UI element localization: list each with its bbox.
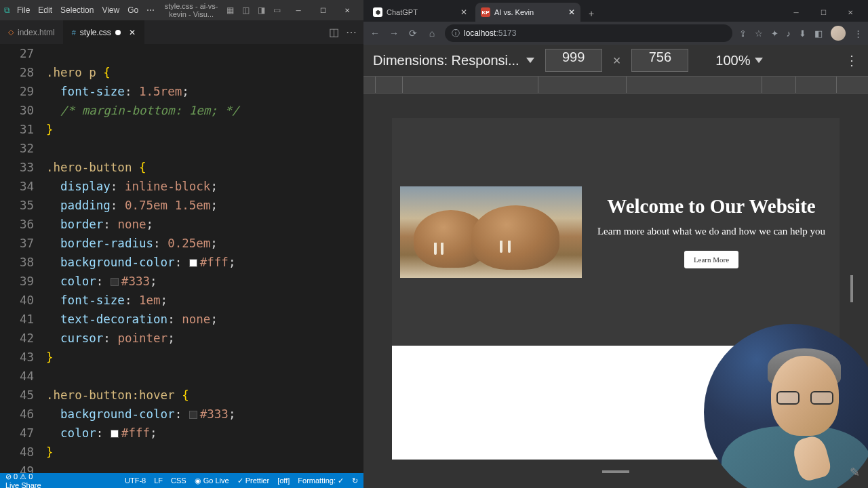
code-line[interactable]: .hero-button:hover { <box>46 386 363 405</box>
maximize-button[interactable]: ☐ <box>810 3 837 22</box>
code-line[interactable]: font-size: 1em; <box>46 291 363 310</box>
close-tab-icon[interactable]: ✕ <box>568 7 575 17</box>
share-icon[interactable]: ⇪ <box>739 28 747 39</box>
tab-title: AI vs. Kevin <box>494 8 534 16</box>
code-line[interactable]: .hero-button { <box>46 158 363 177</box>
line-number: 30 <box>0 101 34 120</box>
menu-go[interactable]: Go <box>123 5 142 15</box>
code-line[interactable]: border-radius: 0.25em; <box>46 234 363 253</box>
devtools-menu-icon[interactable]: ⋮ <box>845 52 859 68</box>
dimension-separator: × <box>613 53 621 68</box>
status-item[interactable]: ⊘ 0 ⚠ 0 <box>5 472 41 481</box>
code-line[interactable]: text-decoration: none; <box>46 310 363 329</box>
downloads-icon[interactable]: ⬇ <box>799 28 806 39</box>
code-line[interactable]: display: inline-block; <box>46 177 363 196</box>
code-line[interactable]: } <box>46 120 363 139</box>
code-line[interactable]: } <box>46 443 363 462</box>
profile-avatar[interactable] <box>831 26 846 41</box>
code-line[interactable]: /* margin-bottom: 1em; */ <box>46 101 363 120</box>
status-item[interactable]: Formatting: ✓ <box>298 476 344 485</box>
chrome-menu-icon[interactable]: ⋮ <box>854 28 863 39</box>
code-content[interactable]: .hero p { font-size: 1.5rem; /* margin-b… <box>46 44 363 473</box>
dimensions-label[interactable]: Dimensions: Responsi... <box>373 53 519 68</box>
viewport-height-input[interactable]: 756 <box>631 49 688 72</box>
forward-button[interactable]: → <box>388 28 400 39</box>
editor-tab-index-html[interactable]: ◇ index.html <box>0 20 64 44</box>
code-line[interactable]: color: #fff; <box>46 424 363 443</box>
status-item[interactable]: [off] <box>277 476 290 485</box>
resize-handle-bottom[interactable] <box>602 470 629 473</box>
status-item[interactable]: LF <box>154 476 163 485</box>
hero-subtext: Learn more about what we do and how we c… <box>591 226 831 237</box>
site-info-icon[interactable]: ⓘ <box>452 28 460 39</box>
code-line[interactable]: font-size: 1.5rem; <box>46 82 363 101</box>
chevron-down-icon[interactable] <box>755 58 763 63</box>
layout-icon[interactable]: ◫ <box>239 5 252 15</box>
status-item[interactable]: CSS <box>171 476 186 485</box>
device-viewport-wrap: Welcome to Our Website Learn more about … <box>363 94 868 488</box>
zoom-level[interactable]: 100% <box>715 53 750 68</box>
split-editor-icon[interactable]: ◫ <box>329 26 339 39</box>
menu-view[interactable]: View <box>98 5 123 15</box>
address-bar[interactable]: ⓘ localhost:5173 <box>445 24 732 42</box>
line-number: 36 <box>0 215 34 234</box>
minimize-button[interactable]: ─ <box>286 1 311 20</box>
learn-more-button[interactable]: Learn More <box>684 251 738 268</box>
vscode-editor[interactable]: 2728293031323334353637383940414243444546… <box>0 44 363 473</box>
layout-icon[interactable]: ◨ <box>255 5 268 15</box>
line-number: 38 <box>0 253 34 272</box>
code-line[interactable] <box>46 44 363 63</box>
media-icon[interactable]: ♪ <box>787 28 791 39</box>
edit-icon[interactable]: ✎ <box>850 465 860 480</box>
chevron-down-icon[interactable] <box>526 58 534 63</box>
tab-label: style.css <box>80 28 111 37</box>
code-line[interactable]: background-color: #333; <box>46 405 363 424</box>
browser-tab[interactable]: ⬢ ChatGPT ✕ <box>368 3 473 22</box>
editor-tab-style-css[interactable]: # style.css ✕ <box>64 20 144 44</box>
status-item[interactable]: ↻ <box>352 476 358 485</box>
code-line[interactable] <box>46 462 363 473</box>
sidepanel-icon[interactable]: ◧ <box>814 28 823 39</box>
maximize-button[interactable]: ☐ <box>311 1 335 20</box>
bookmark-icon[interactable]: ☆ <box>755 28 763 39</box>
code-line[interactable]: .hero p { <box>46 63 363 82</box>
code-line[interactable] <box>46 367 363 386</box>
code-line[interactable] <box>46 139 363 158</box>
status-item[interactable]: ✓ Prettier <box>237 476 270 485</box>
code-line[interactable]: padding: 0.75em 1.5em; <box>46 196 363 215</box>
status-item[interactable]: Live Share <box>5 481 41 489</box>
layout-icon[interactable]: ▭ <box>271 5 283 15</box>
close-button[interactable]: ✕ <box>335 1 359 20</box>
code-line[interactable]: border: none; <box>46 215 363 234</box>
layout-icon[interactable]: ▦ <box>224 5 237 15</box>
menu-file[interactable]: File <box>13 5 34 15</box>
file-icon: ◇ <box>8 28 14 37</box>
close-button[interactable]: ✕ <box>837 3 864 22</box>
code-line[interactable]: background-color: #fff; <box>46 253 363 272</box>
more-icon[interactable]: ⋯ <box>346 26 357 39</box>
close-tab-icon[interactable]: ✕ <box>129 28 136 37</box>
menu-selection[interactable]: Selection <box>56 5 98 15</box>
code-line[interactable]: color: #333; <box>46 272 363 291</box>
back-button[interactable]: ← <box>369 28 381 39</box>
minimize-button[interactable]: ─ <box>783 3 810 22</box>
tab-label: index.html <box>18 28 55 37</box>
line-number: 47 <box>0 424 34 443</box>
viewport-width-input[interactable]: 999 <box>545 49 602 72</box>
code-line[interactable]: } <box>46 348 363 367</box>
extensions-icon[interactable]: ✦ <box>771 28 778 39</box>
browser-tab[interactable]: KP AI vs. Kevin ✕ <box>475 3 580 22</box>
menu-edit[interactable]: Edit <box>34 5 56 15</box>
reload-button[interactable]: ⟳ <box>407 28 419 39</box>
status-item[interactable]: ◉ Go Live <box>195 476 229 485</box>
vscode-logo-icon: ⧉ <box>4 5 10 15</box>
code-line[interactable]: cursor: pointer; <box>46 329 363 348</box>
line-number: 41 <box>0 310 34 329</box>
dirty-indicator <box>115 30 121 35</box>
close-tab-icon[interactable]: ✕ <box>460 7 467 17</box>
menu-⋯[interactable]: ⋯ <box>142 5 159 15</box>
resize-handle-right[interactable] <box>850 275 853 302</box>
new-tab-button[interactable]: + <box>583 5 599 22</box>
status-item[interactable]: UTF-8 <box>125 476 146 485</box>
home-button[interactable]: ⌂ <box>426 28 438 39</box>
